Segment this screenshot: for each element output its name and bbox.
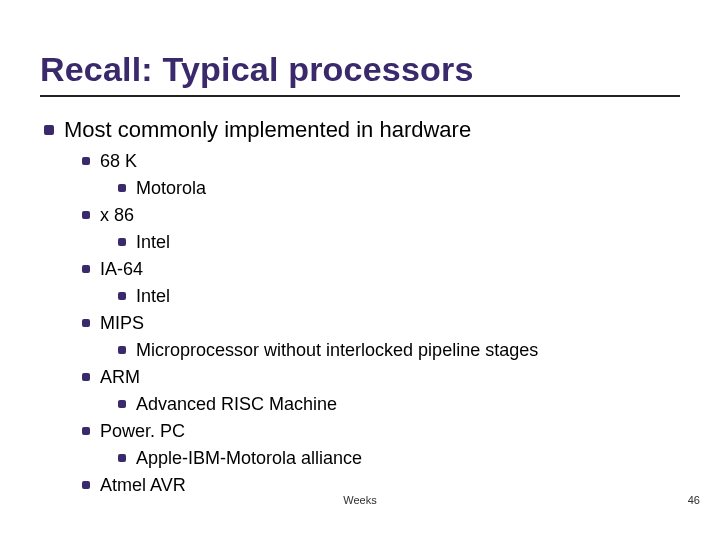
list-item: Microprocessor without interlocked pipel… [114,338,680,362]
list-item: Motorola [114,176,680,200]
list-item-label: Microprocessor without interlocked pipel… [136,340,538,360]
list-item: ARM Advanced RISC Machine [78,365,680,416]
bullet-list-level3: Apple-IBM-Motorola alliance [114,446,680,470]
list-item-label: x 86 [100,205,134,225]
bullet-list-level2: 68 K Motorola x 86 Intel [78,149,680,498]
bullet-list-level1: Most commonly implemented in hardware 68… [40,115,680,498]
list-item-label: Atmel AVR [100,475,186,495]
list-item-label: MIPS [100,313,144,333]
bullet-list-level3: Motorola [114,176,680,200]
list-item-label: Apple-IBM-Motorola alliance [136,448,362,468]
list-item: Intel [114,230,680,254]
list-item: IA-64 Intel [78,257,680,308]
bullet-list-level3: Intel [114,230,680,254]
page-number: 46 [688,494,700,506]
list-item: Power. PC Apple-IBM-Motorola alliance [78,419,680,470]
list-item: Most commonly implemented in hardware 68… [40,115,680,498]
footer-center-text: Weeks [0,494,720,506]
list-item: 68 K Motorola [78,149,680,200]
list-item-label: IA-64 [100,259,143,279]
list-item-label: Power. PC [100,421,185,441]
list-item-label: Most commonly implemented in hardware [64,117,471,142]
bullet-list-level3: Microprocessor without interlocked pipel… [114,338,680,362]
list-item-label: Motorola [136,178,206,198]
bullet-list-level3: Intel [114,284,680,308]
list-item: x 86 Intel [78,203,680,254]
list-item: MIPS Microprocessor without interlocked … [78,311,680,362]
list-item-label: 68 K [100,151,137,171]
list-item-label: Intel [136,232,170,252]
list-item-label: ARM [100,367,140,387]
title-underline [40,95,680,97]
slide: Recall: Typical processors Most commonly… [0,0,720,540]
list-item: Apple-IBM-Motorola alliance [114,446,680,470]
list-item-label: Advanced RISC Machine [136,394,337,414]
page-title: Recall: Typical processors [40,50,680,89]
list-item: Advanced RISC Machine [114,392,680,416]
list-item: Intel [114,284,680,308]
bullet-list-level3: Advanced RISC Machine [114,392,680,416]
list-item-label: Intel [136,286,170,306]
